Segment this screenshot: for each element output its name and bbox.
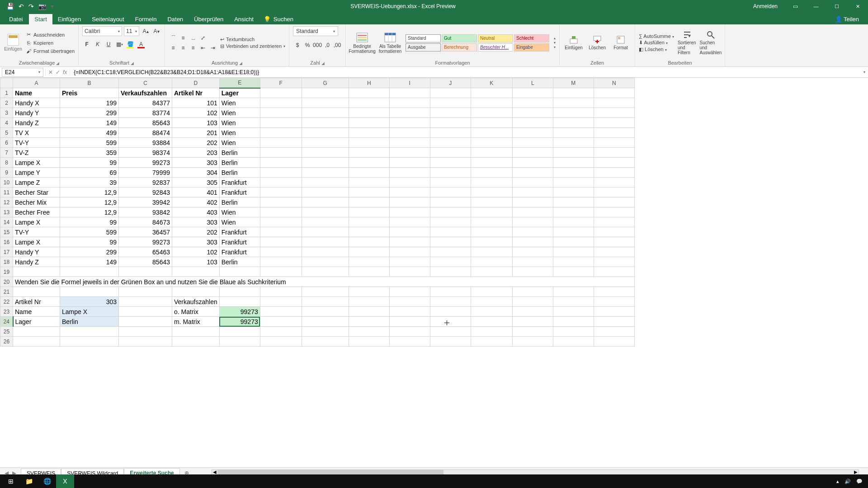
cell[interactable]: 203 (172, 148, 220, 158)
cell[interactable] (219, 327, 260, 337)
cell[interactable] (594, 317, 634, 327)
cell[interactable]: 12,9 (60, 207, 119, 217)
cell[interactable] (512, 227, 553, 237)
cell[interactable] (302, 188, 349, 197)
autosum-button[interactable]: ∑ AutoSumme ▾ (639, 33, 674, 39)
cell[interactable] (512, 108, 553, 118)
col-header-L[interactable]: L (512, 78, 553, 88)
minimize-button[interactable]: — (806, 0, 826, 13)
close-button[interactable]: ✕ (847, 0, 868, 13)
align-middle-button[interactable]: ≡ (179, 33, 188, 42)
cell[interactable]: Frankfurt (219, 247, 260, 257)
cell[interactable] (553, 317, 594, 327)
cell[interactable]: 599 (60, 138, 119, 148)
cell[interactable]: 299 (60, 108, 119, 118)
cell[interactable] (302, 118, 349, 128)
cell[interactable] (302, 108, 349, 118)
cell[interactable] (430, 257, 471, 267)
cell[interactable] (389, 158, 430, 168)
camera-icon[interactable]: 📷 (38, 3, 46, 10)
cell[interactable]: Name (13, 307, 60, 317)
cell[interactable]: 85643 (119, 118, 172, 128)
cell[interactable] (302, 227, 349, 237)
number-format-select[interactable]: Standard▾ (293, 26, 338, 36)
cell[interactable] (512, 257, 553, 267)
cell[interactable] (260, 197, 302, 207)
cell[interactable] (302, 128, 349, 138)
cell[interactable] (471, 257, 512, 267)
fill-button[interactable]: ⬇ Ausfüllen ▾ (639, 40, 674, 46)
cell[interactable]: Wien (219, 217, 260, 227)
cell[interactable] (60, 327, 119, 337)
row-header-15[interactable]: 15 (0, 227, 13, 237)
align-launcher-icon[interactable]: ◢ (239, 61, 242, 66)
cell[interactable]: Berlin (219, 257, 260, 267)
cell[interactable] (260, 178, 302, 188)
cell[interactable] (430, 88, 471, 98)
cell[interactable]: TV-Y (13, 227, 60, 237)
notification-icon[interactable]: 💬 (856, 479, 863, 484)
orientation-button[interactable]: ⤢ (198, 33, 208, 42)
cell[interactable] (512, 267, 553, 277)
row-header-25[interactable]: 25 (0, 327, 13, 337)
align-left-button[interactable]: ≡ (169, 43, 178, 52)
row-header-11[interactable]: 11 (0, 188, 13, 197)
cell[interactable] (471, 217, 512, 227)
number-launcher-icon[interactable]: ◢ (321, 61, 325, 66)
cell[interactable] (553, 257, 594, 267)
cell[interactable] (471, 267, 512, 277)
cell[interactable] (260, 227, 302, 237)
cell[interactable] (219, 267, 260, 277)
cell[interactable] (553, 197, 594, 207)
cell[interactable]: Lampe X (13, 158, 60, 168)
cell[interactable]: 92843 (119, 188, 172, 197)
cell[interactable] (389, 297, 430, 307)
cell[interactable] (389, 337, 430, 347)
row-header-9[interactable]: 9 (0, 168, 13, 178)
cell[interactable] (594, 237, 634, 247)
cell[interactable] (430, 128, 471, 138)
cell[interactable]: Wien (219, 98, 260, 108)
row-header-6[interactable]: 6 (0, 138, 13, 148)
cell[interactable] (260, 207, 302, 217)
cell[interactable]: 303 (172, 158, 220, 168)
cell[interactable]: Handy Z (13, 118, 60, 128)
paste-button[interactable]: Einfügen (4, 32, 23, 53)
cell[interactable]: 99273 (119, 158, 172, 168)
cell[interactable] (119, 287, 172, 297)
col-header-H[interactable]: H (349, 78, 389, 88)
row-header-19[interactable]: 19 (0, 267, 13, 277)
cell[interactable] (553, 178, 594, 188)
cell[interactable]: Name (13, 88, 60, 98)
cell[interactable]: 99 (60, 158, 119, 168)
cell[interactable]: 84377 (119, 98, 172, 108)
cell[interactable]: 69 (60, 168, 119, 178)
style-besucht[interactable]: Besuchter H... (478, 43, 513, 52)
cell[interactable] (389, 257, 430, 267)
cell[interactable]: Artikel Nr (172, 88, 220, 98)
cell[interactable] (302, 207, 349, 217)
cell[interactable] (430, 217, 471, 227)
cell[interactable]: m. Matrix (172, 317, 220, 327)
cell[interactable] (553, 267, 594, 277)
cell[interactable] (389, 88, 430, 98)
cell[interactable] (512, 307, 553, 317)
maximize-button[interactable]: ☐ (826, 0, 847, 13)
col-header-J[interactable]: J (430, 78, 471, 88)
cell[interactable] (172, 327, 220, 337)
cell[interactable]: 12,9 (60, 197, 119, 207)
row-header-12[interactable]: 12 (0, 197, 13, 207)
cell[interactable]: Verkaufszahlen (119, 88, 172, 98)
cell[interactable] (13, 287, 60, 297)
cell[interactable]: 92837 (119, 178, 172, 188)
cell[interactable] (471, 178, 512, 188)
cell[interactable] (512, 148, 553, 158)
cell[interactable] (594, 297, 634, 307)
cell[interactable] (430, 207, 471, 217)
cond-format-button[interactable]: Bedingte Formatierung (349, 31, 375, 55)
cell[interactable] (349, 307, 389, 317)
cell[interactable] (594, 197, 634, 207)
cell[interactable] (512, 88, 553, 98)
clear-button[interactable]: ◧ Löschen ▾ (639, 47, 674, 52)
cell[interactable] (471, 197, 512, 207)
